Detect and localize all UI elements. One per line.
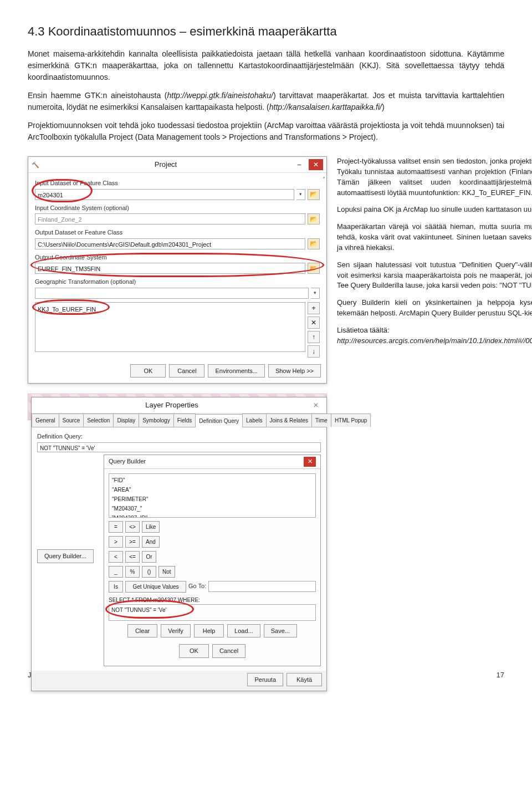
definition-query-field[interactable]: NOT "TUNNUS" = 'Ve'	[37, 442, 321, 452]
add-button[interactable]: +	[308, 302, 320, 314]
where-clause-field[interactable]: NOT "TUNNUS" = 'Ve'	[109, 604, 316, 621]
get-unique-values-button[interactable]: Get Unique Values	[125, 581, 186, 593]
tab-definition-query[interactable]: Definition Query	[195, 414, 243, 427]
operator-buttons: = <> Like	[109, 521, 316, 533]
tab-bar: General Source Selection Display Symbolo…	[32, 414, 326, 427]
load-button[interactable]: Load...	[227, 624, 260, 638]
browse-button[interactable]: 📂	[308, 189, 320, 200]
side-link: http://resources.arcgis.com/en/help/main…	[337, 336, 532, 345]
transformation-item[interactable]: KKJ_To_EUREF_FIN	[38, 305, 303, 314]
save-button[interactable]: Save...	[264, 624, 297, 638]
cancel-button[interactable]: Cancel	[169, 364, 204, 378]
select-from-label: SELECT * FROM m204307 WHERE:	[109, 596, 316, 604]
tab-html-popup[interactable]: HTML Popup	[331, 414, 371, 427]
side-p5: Query Builderin kieli on yksinkertainen …	[337, 298, 532, 319]
input-dataset-field[interactable]: m204301	[35, 189, 294, 200]
clear-button[interactable]: Clear	[127, 624, 157, 638]
browse-button[interactable]: 📂	[308, 238, 320, 249]
geo-transform-field[interactable]	[35, 288, 309, 299]
geo-transform-label: Geographic Transformation (optional)	[35, 277, 320, 287]
show-help-button[interactable]: Show Help >>	[268, 364, 321, 378]
remove-button[interactable]: ✕	[308, 317, 320, 329]
scroll-up-icon[interactable]: ˄	[323, 175, 325, 183]
side-p3: Maaperäkartan värejä voi säätää hieman, …	[337, 222, 532, 253]
close-button[interactable]: ✕	[309, 159, 323, 170]
paragraph-3: Projektiomuunnoksen voit tehdä joko tuod…	[28, 120, 504, 143]
op-or[interactable]: Or	[142, 551, 156, 563]
paragraph-2: Ensin haemme GTK:n aineistohausta (http:…	[28, 90, 504, 113]
side-text: Project-työkalussa valitset ensin sen ti…	[337, 156, 532, 653]
input-dataset-label: Input Dataset or Feature Class	[35, 178, 320, 188]
verify-button[interactable]: Verify	[161, 624, 191, 638]
op-underscore[interactable]: _	[109, 566, 123, 578]
definition-query-label: Definition Query:	[37, 432, 321, 441]
tab-joins[interactable]: Joins & Relates	[266, 414, 312, 427]
help-button[interactable]: Help	[194, 624, 224, 638]
ok-button[interactable]: OK	[179, 644, 209, 658]
op-and[interactable]: And	[142, 536, 160, 548]
browse-button[interactable]: 📂	[308, 263, 320, 274]
op-eq[interactable]: =	[109, 521, 123, 533]
dropdown-icon[interactable]: ▾	[296, 189, 305, 200]
paragraph-1: Monet maisema-arkkitehdin kannalta oleel…	[28, 48, 504, 83]
dialog-titlebar: 🔨 Project – ✕	[28, 157, 326, 173]
close-button[interactable]: ✕	[309, 400, 323, 411]
tab-labels[interactable]: Labels	[242, 414, 266, 427]
query-builder-button[interactable]: Query Builder...	[37, 549, 94, 563]
output-dataset-label: Output Dataset or Feature Class	[35, 228, 320, 237]
dialog-titlebar: Layer Properties ✕	[32, 397, 326, 414]
dialog-title-text: Layer Properties	[35, 400, 309, 411]
output-dataset-field[interactable]: C:\Users\Niilo\Documents\ArcGIS\Default.…	[35, 238, 305, 249]
goto-field[interactable]	[208, 581, 316, 592]
op-percent[interactable]: %	[125, 566, 140, 578]
move-up-button[interactable]: ↑	[308, 331, 320, 343]
link-1: http://weppi.gtk.fi/aineistohaku/	[167, 91, 273, 100]
section-heading: 4.3 Koordinaatistomuunnos – esimerkkinä …	[28, 22, 504, 40]
dialog-title-text: Project	[39, 159, 292, 170]
op-paren[interactable]: ()	[142, 566, 156, 578]
tab-selection[interactable]: Selection	[83, 414, 114, 427]
tool-icon: 🔨	[32, 160, 39, 170]
move-down-button[interactable]: ↓	[308, 345, 320, 358]
op-neq[interactable]: <>	[125, 521, 140, 533]
page-number: 17	[497, 670, 504, 681]
minimize-button[interactable]: –	[292, 159, 306, 170]
browse-button[interactable]: 📂	[308, 213, 320, 224]
op-gte[interactable]: >=	[125, 536, 140, 548]
query-builder-dialog: Query Builder ✕ "FID" "AREA" "PERIMETER"…	[104, 455, 321, 666]
tab-fields[interactable]: Fields	[173, 414, 196, 427]
query-builder-title: Query Builder	[109, 457, 146, 466]
tab-time[interactable]: Time	[311, 414, 331, 427]
cancel-button[interactable]: Cancel	[212, 644, 245, 658]
transformation-listbox[interactable]: KKJ_To_EUREF_FIN	[35, 302, 305, 352]
op-gt[interactable]: >	[109, 536, 123, 548]
side-p6: Lisätietoa täältä: http://resources.arcg…	[337, 325, 532, 346]
field-list[interactable]: "FID" "AREA" "PERIMETER" "M204307_" "M20…	[109, 473, 316, 518]
layer-properties-dialog: Layer Properties ✕ General Source Select…	[31, 397, 327, 691]
goto-label: Go To:	[188, 581, 206, 591]
project-dialog: 🔨 Project – ✕ ˄ Input Dataset or Feature…	[28, 156, 327, 384]
op-like[interactable]: Like	[142, 521, 160, 533]
close-button[interactable]: ✕	[304, 457, 316, 467]
op-lt[interactable]: <	[109, 551, 123, 563]
side-p2: Lopuksi paina OK ja ArcMap luo sinulle u…	[337, 205, 532, 215]
ok-button[interactable]: OK	[130, 364, 166, 378]
tab-source[interactable]: Source	[59, 414, 84, 427]
peruuta-button[interactable]: Peruuta	[247, 673, 283, 687]
op-lte[interactable]: <=	[125, 551, 140, 563]
main-text: 4.3 Koordinaatistomuunnos – esimerkkinä …	[28, 22, 504, 143]
input-cs-field: Finland_Zone_2	[35, 213, 305, 224]
output-cs-label: Output Coordinate System	[35, 253, 320, 262]
output-cs-field[interactable]: EUREF_FIN_TM35FIN	[35, 263, 305, 274]
dropdown-icon[interactable]: ▾	[311, 288, 320, 299]
environments-button[interactable]: Environments...	[208, 364, 264, 378]
op-is[interactable]: Is	[109, 581, 123, 593]
tab-general[interactable]: General	[32, 414, 59, 427]
kayta-button[interactable]: Käytä	[287, 673, 322, 687]
link-2: http://kansalaisen.karttapaikka.fi/	[269, 103, 382, 111]
input-cs-label: Input Coordinate System (optional)	[35, 203, 320, 213]
side-p1: Project-työkalussa valitset ensin sen ti…	[337, 156, 532, 198]
tab-symbology[interactable]: Symbology	[139, 414, 173, 427]
op-not[interactable]: Not	[158, 566, 175, 578]
tab-display[interactable]: Display	[113, 414, 139, 427]
